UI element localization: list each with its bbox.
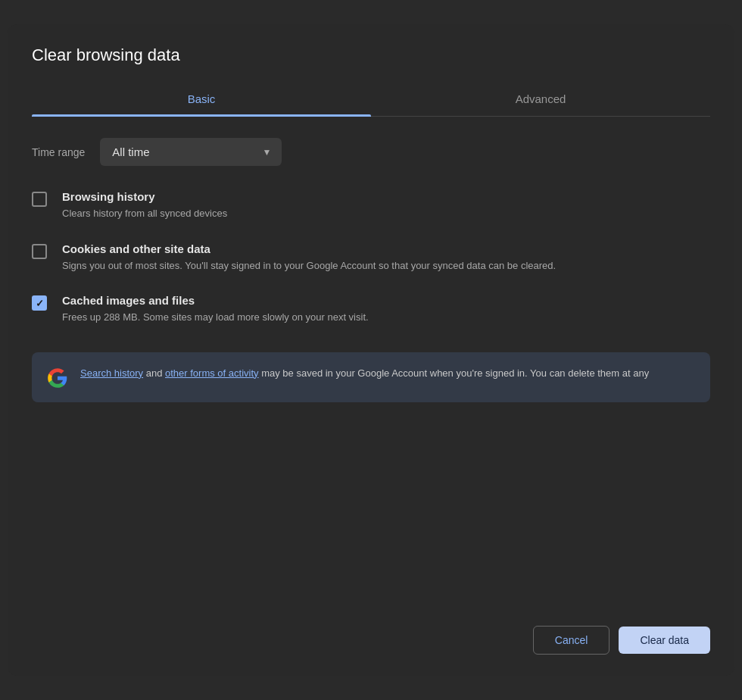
cookies-checkbox[interactable] [32,244,47,259]
time-range-select[interactable]: Last hour Last 24 hours Last 7 days Last… [100,138,282,166]
dialog-header: Clear browsing data Basic Advanced [8,24,734,117]
browsing-history-description: Clears history from all synced devices [62,206,710,221]
cancel-button[interactable]: Cancel [533,626,610,655]
time-range-row: Time range Last hour Last 24 hours Last … [32,138,710,166]
browsing-history-content: Browsing history Clears history from all… [62,190,710,221]
dialog-title: Clear browsing data [32,45,710,65]
browsing-history-label: Browsing history [62,190,710,203]
cookies-description: Signs you out of most sites. You'll stay… [62,258,710,273]
tab-advanced[interactable]: Advanced [371,83,710,116]
cookies-item: Cookies and other site data Signs you ou… [32,242,710,273]
dialog-footer: Cancel Clear data [8,611,734,676]
info-box-text: Search history and other forms of activi… [80,366,649,382]
cookies-checkbox-wrapper [32,244,47,259]
cookies-label: Cookies and other site data [62,242,710,255]
cookies-content: Cookies and other site data Signs you ou… [62,242,710,273]
cached-label: Cached images and files [62,294,710,307]
tab-basic[interactable]: Basic [32,83,371,116]
info-connector: and [143,367,165,379]
google-icon [47,367,68,389]
dialog-body: Time range Last hour Last 24 hours Last … [8,117,734,611]
clear-browsing-data-dialog: Clear browsing data Basic Advanced Time … [8,24,734,676]
browsing-history-checkbox[interactable] [32,192,47,207]
tabs-container: Basic Advanced [32,83,710,117]
time-range-select-wrapper: Last hour Last 24 hours Last 7 days Last… [100,138,282,166]
cached-item: Cached images and files Frees up 288 MB.… [32,294,710,325]
time-range-label: Time range [32,146,85,158]
cached-checkbox-wrapper [32,295,47,311]
cached-content: Cached images and files Frees up 288 MB.… [62,294,710,325]
browsing-history-item: Browsing history Clears history from all… [32,190,710,221]
cached-description: Frees up 288 MB. Some sites may load mor… [62,310,710,325]
info-text-after: may be saved in your Google Account when… [259,367,650,379]
browsing-history-checkbox-wrapper [32,192,47,207]
search-history-link[interactable]: Search history [80,367,143,379]
other-activity-link[interactable]: other forms of activity [165,367,259,379]
cached-checkbox[interactable] [32,295,47,311]
info-box: Search history and other forms of activi… [32,352,710,402]
clear-data-button[interactable]: Clear data [619,627,710,654]
